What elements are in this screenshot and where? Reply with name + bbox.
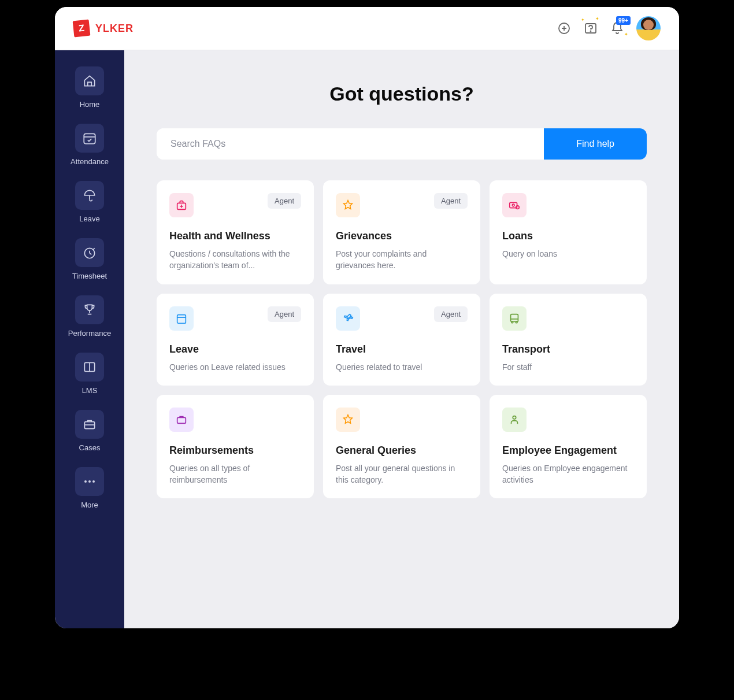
app-window: Z YLKER ✦ ✦ ✦ 99+ [55, 7, 679, 628]
card-loans[interactable]: Loans Query on loans [490, 180, 647, 284]
notification-badge: 99+ [616, 16, 631, 25]
card-title: Reimbursements [169, 445, 301, 457]
header-actions: ✦ ✦ ✦ 99+ [557, 16, 661, 40]
more-icon [75, 467, 104, 496]
sidebar-item-label: LMS [82, 386, 98, 395]
main-content: Got questions? Find help Agent Health an… [124, 50, 679, 628]
sidebar-item-home[interactable]: Home [62, 64, 117, 111]
sidebar-item-attendance[interactable]: Attendance [62, 121, 117, 168]
umbrella-icon [75, 181, 104, 210]
card-reimbursements[interactable]: Reimbursements Queries on all types of r… [157, 395, 314, 499]
page-title: Got questions? [157, 83, 647, 105]
trophy-icon [75, 295, 104, 324]
svg-line-10 [90, 253, 91, 254]
search-input[interactable] [157, 128, 544, 160]
help-icon[interactable]: ✦ ✦ [583, 21, 598, 36]
card-title: Loans [502, 230, 634, 242]
svg-point-28 [516, 321, 517, 323]
medical-bag-icon [169, 193, 194, 217]
agent-badge: Agent [434, 306, 468, 322]
sidebar-item-label: More [81, 501, 98, 509]
briefcase-icon [169, 408, 194, 432]
logo-mark: Z [73, 20, 91, 38]
card-health-and-wellness[interactable]: Agent Health and Wellness Questions / co… [157, 180, 314, 284]
svg-point-21 [512, 204, 514, 206]
plane-icon [336, 306, 360, 331]
card-desc: Queries related to travel [336, 361, 468, 373]
header: Z YLKER ✦ ✦ ✦ 99+ [55, 7, 679, 50]
add-icon[interactable] [557, 21, 572, 36]
home-icon [75, 66, 104, 95]
agent-badge: Agent [434, 193, 468, 209]
logo-text: YLKER [95, 23, 134, 35]
card-title: Transport [502, 343, 634, 355]
card-desc: Post all your general questions in this … [336, 462, 468, 486]
bus-icon [502, 306, 527, 331]
card-title: Grievances [336, 230, 468, 242]
svg-rect-5 [84, 134, 95, 143]
card-title: Leave [169, 343, 301, 355]
svg-point-4 [591, 31, 591, 32]
person-icon [502, 408, 527, 432]
card-title: General Queries [336, 445, 468, 457]
card-desc: Queries on Leave related issues [169, 361, 301, 373]
sidebar-item-lms[interactable]: LMS [62, 350, 117, 397]
sidebar-item-leave[interactable]: Leave [62, 179, 117, 225]
sidebar-item-label: Timesheet [72, 272, 107, 280]
sidebar-item-label: Cases [79, 443, 101, 452]
sidebar-item-performance[interactable]: Performance [62, 293, 117, 340]
calendar-check-icon [75, 124, 104, 153]
agent-badge: Agent [268, 193, 301, 209]
sidebar-item-label: Performance [68, 329, 111, 338]
agent-badge: Agent [268, 306, 301, 322]
avatar[interactable] [636, 16, 661, 40]
card-title: Travel [336, 343, 468, 355]
svg-rect-25 [511, 314, 518, 321]
svg-rect-29 [177, 417, 186, 423]
svg-point-27 [511, 321, 513, 323]
svg-point-30 [513, 416, 516, 419]
logo[interactable]: Z YLKER [73, 20, 134, 36]
money-icon [502, 193, 527, 217]
card-desc: For staff [502, 361, 634, 373]
card-desc: Query on loans [502, 248, 634, 260]
notifications-icon[interactable]: ✦ 99+ [610, 21, 625, 36]
sidebar: Home Attendance Leave Timesheet [55, 50, 124, 628]
card-desc: Post your complaints and grievances here… [336, 248, 468, 272]
calendar-icon [169, 306, 194, 331]
find-help-button[interactable]: Find help [544, 128, 647, 160]
card-employee-engagement[interactable]: Employee Engagement Queries on Employee … [490, 395, 647, 499]
card-desc: Questions / consultations with the organ… [169, 248, 301, 272]
card-title: Health and Wellness [169, 230, 301, 242]
sidebar-item-label: Attendance [71, 157, 109, 166]
card-transport[interactable]: Transport For staff [490, 294, 647, 386]
briefcase-icon [75, 410, 104, 439]
sidebar-item-label: Leave [79, 214, 99, 223]
body: Home Attendance Leave Timesheet [55, 50, 679, 628]
svg-rect-23 [177, 314, 186, 323]
card-travel[interactable]: Agent Travel Queries related to travel [323, 294, 480, 386]
star-icon [336, 408, 360, 432]
star-icon [336, 193, 360, 217]
cards-grid: Agent Health and Wellness Questions / co… [157, 180, 647, 498]
card-desc: Queries on Employee engagement activitie… [502, 462, 634, 486]
book-icon [75, 353, 104, 382]
sidebar-item-timesheet[interactable]: Timesheet [62, 236, 117, 283]
card-desc: Queries on all types of reimbursements [169, 462, 301, 486]
sidebar-item-label: Home [80, 100, 100, 109]
sidebar-item-cases[interactable]: Cases [62, 408, 117, 454]
search-bar: Find help [157, 128, 647, 160]
card-general-queries[interactable]: General Queries Post all your general qu… [323, 395, 480, 499]
card-leave[interactable]: Agent Leave Queries on Leave related iss… [157, 294, 314, 386]
card-grievances[interactable]: Agent Grievances Post your complaints an… [323, 180, 480, 284]
sidebar-item-more[interactable]: More [62, 465, 117, 512]
clock-icon [75, 238, 104, 267]
card-title: Employee Engagement [502, 445, 634, 457]
